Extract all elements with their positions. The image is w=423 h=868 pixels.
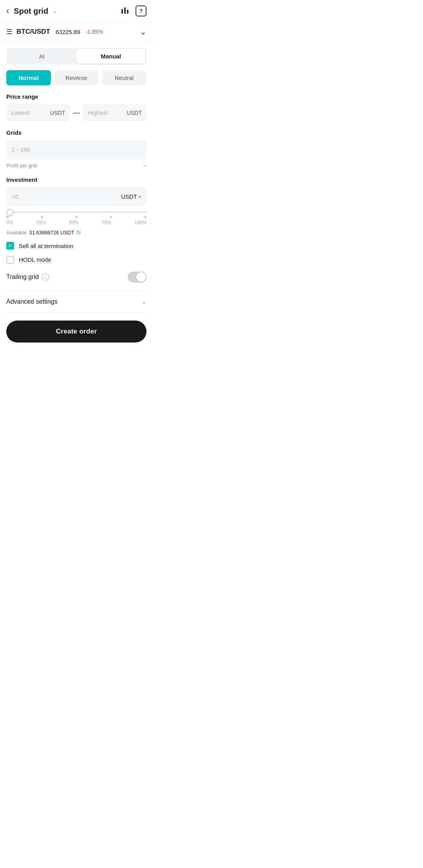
advanced-divider: [6, 312, 146, 313]
trailing-grid-info-icon[interactable]: i: [42, 274, 49, 281]
toggle-knob: [136, 272, 146, 282]
investment-input[interactable]: >0 USDT ▾: [6, 187, 146, 206]
svg-rect-0: [121, 9, 123, 14]
slider-dot-100: [144, 216, 146, 218]
refresh-icon[interactable]: ↻: [76, 229, 81, 236]
svg-rect-2: [127, 10, 128, 14]
trailing-grid-left: Trailing grid i: [6, 274, 49, 281]
investment-placeholder: >0: [12, 193, 18, 200]
trailing-grid-toggle[interactable]: [128, 272, 146, 283]
pair-name: BTC/USDT: [16, 28, 50, 36]
available-value: 31.63886726 USDT: [29, 230, 74, 236]
help-icon[interactable]: ?: [136, 5, 146, 16]
investment-label: Investment: [6, 176, 146, 183]
strategy-normal[interactable]: Normal: [6, 70, 51, 85]
create-order-button[interactable]: Create order: [6, 321, 146, 342]
chart-icon[interactable]: [121, 6, 129, 16]
slider-label-25: 25%: [36, 220, 46, 225]
hodl-row[interactable]: HODL mode: [6, 256, 146, 264]
hodl-checkbox[interactable]: [6, 256, 14, 264]
slider-labels: 0% 25% 50% 75% 100%: [6, 220, 146, 225]
profit-label: Profit per grid: [6, 163, 37, 169]
sell-all-label: Sell all at termination: [19, 243, 73, 249]
strategy-tabs: Normal Reverse Neutral: [6, 70, 146, 85]
highest-price-input[interactable]: Highest USDT: [83, 104, 146, 121]
advanced-settings-row[interactable]: Advanced settings ⌄: [6, 291, 146, 312]
highest-placeholder: Highest: [88, 109, 108, 116]
header-icons: ?: [121, 5, 146, 16]
slider-label-100: 100%: [134, 220, 146, 225]
investment-currency-selector[interactable]: USDT ▾: [121, 193, 141, 200]
advanced-settings-chevron: ⌄: [141, 298, 146, 305]
profit-value: --: [143, 163, 146, 169]
header-left: ‹ Spot grid ⌄: [6, 6, 58, 16]
investment-slider[interactable]: 0% 25% 50% 75% 100%: [6, 212, 146, 225]
advanced-settings-label: Advanced settings: [6, 298, 58, 305]
slider-dot-25: [41, 216, 43, 218]
sell-all-row[interactable]: ✓ Sell all at termination: [6, 242, 146, 250]
available-row: Available 31.63886726 USDT ↻: [6, 229, 146, 236]
investment-currency-label: USDT: [121, 193, 137, 200]
lowest-placeholder: Lowest: [11, 109, 30, 116]
pair-expand-icon[interactable]: ⌄: [140, 27, 146, 36]
slider-label-0: 0%: [6, 220, 13, 225]
grids-input[interactable]: 2 - 190: [6, 140, 146, 159]
slider-dot-0: [6, 216, 9, 218]
available-label: Available: [6, 230, 27, 236]
app-header: ‹ Spot grid ⌄ ?: [0, 0, 153, 22]
mode-tabs: AI Manual: [6, 48, 146, 65]
price-range-label: Price range: [6, 93, 146, 100]
sell-all-checkbox[interactable]: ✓: [6, 242, 14, 250]
slider-dot-50: [75, 216, 78, 218]
slider-label-50: 50%: [69, 220, 78, 225]
lowest-currency: USDT: [50, 110, 65, 116]
tab-manual[interactable]: Manual: [76, 49, 145, 63]
pair-change: -1.85%: [86, 29, 103, 35]
title-chevron-icon: ⌄: [53, 8, 58, 14]
slider-dots: [6, 216, 146, 218]
back-button[interactable]: ‹: [6, 6, 9, 16]
trailing-grid-label: Trailing grid: [6, 274, 39, 281]
sell-all-checkmark: ✓: [8, 243, 12, 248]
slider-label-75: 75%: [102, 220, 111, 225]
grids-label: Grids: [6, 129, 146, 136]
price-range-separator: —: [72, 109, 81, 117]
profit-row: Profit per grid --: [6, 163, 146, 169]
strategy-neutral[interactable]: Neutral: [102, 70, 146, 85]
slider-thumb[interactable]: [6, 209, 13, 216]
price-range-row: Lowest USDT — Highest USDT: [6, 104, 146, 121]
pair-menu-icon[interactable]: ☰: [6, 27, 13, 36]
create-order-label: Create order: [56, 328, 97, 335]
trailing-grid-row: Trailing grid i: [6, 272, 146, 291]
pair-price: 63225.89: [56, 29, 80, 35]
svg-rect-1: [124, 7, 126, 14]
hodl-label: HODL mode: [19, 256, 51, 263]
grids-placeholder: 2 - 190: [12, 146, 30, 153]
lowest-price-input[interactable]: Lowest USDT: [6, 104, 70, 121]
highest-currency: USDT: [127, 110, 142, 116]
slider-track: [6, 212, 146, 213]
strategy-reverse[interactable]: Reverse: [54, 70, 99, 85]
investment-currency-chevron: ▾: [139, 194, 141, 199]
tab-ai[interactable]: AI: [7, 49, 76, 63]
slider-dot-75: [110, 216, 112, 218]
page-title: Spot grid: [14, 7, 48, 16]
pair-row[interactable]: ☰ BTC/USDT 63225.89 -1.85% ⌄: [0, 22, 153, 42]
